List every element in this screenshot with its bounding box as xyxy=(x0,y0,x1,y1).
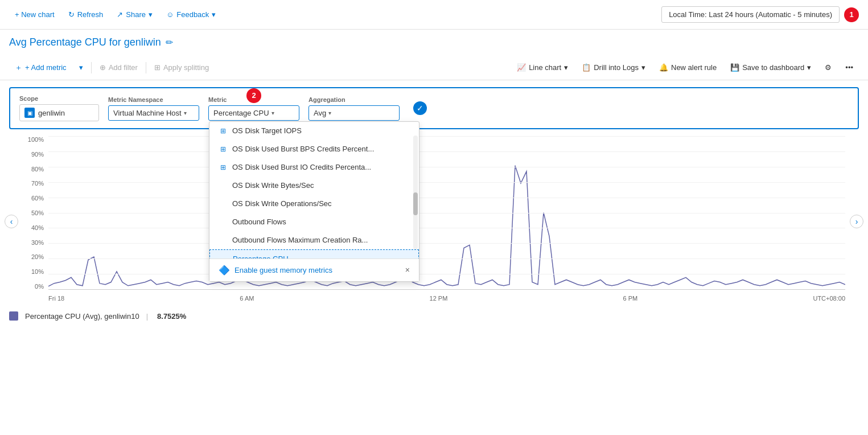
aggregation-chevron-icon: ▾ xyxy=(328,110,331,116)
dropdown-item-os-disk-burst-bps[interactable]: ⊞ OS Disk Used Burst BPS Credits Percent… xyxy=(209,140,419,158)
grid-line-60 xyxy=(48,198,845,198)
y-label-50: 50% xyxy=(31,210,44,216)
top-bar: + New chart ↻ Refresh ↗ Share ▾ ☺ Feedba… xyxy=(0,0,868,30)
time-selector-button[interactable]: Local Time: Last 24 hours (Automatic - 5… xyxy=(661,6,840,23)
dropdown-item-os-disk-write-bytes[interactable]: OS Disk Write Bytes/Sec xyxy=(209,177,419,195)
chart-nav-right-button[interactable]: › xyxy=(850,215,863,228)
dropdown-item-outbound-flows-max[interactable]: Outbound Flows Maximum Creation Ra... xyxy=(209,231,419,249)
apply-splitting-button[interactable]: ⊞ Apply splitting xyxy=(149,60,215,75)
share-chevron-icon: ▾ xyxy=(149,10,153,19)
share-button[interactable]: ↗ Share ▾ xyxy=(111,7,158,22)
blank-icon xyxy=(219,181,228,190)
grid-line-90 xyxy=(48,151,845,152)
scrollbar-track xyxy=(413,136,418,249)
grid-line-70 xyxy=(48,182,845,183)
action-bar-left: ＋ + Add metric ▾ ⊕ Add filter ⊞ Apply sp… xyxy=(9,60,215,76)
x-axis: Fri 18 6 AM 12 PM 6 PM UTC+08:00 xyxy=(48,290,845,307)
blank-icon-2 xyxy=(219,199,228,208)
aggregation-field: Aggregation Avg ▾ xyxy=(308,96,400,121)
grid-line-40 xyxy=(48,228,845,228)
x-label-6pm: 6 PM xyxy=(623,295,638,302)
grid-line-80 xyxy=(48,167,845,167)
save-icon: 💾 xyxy=(730,63,739,72)
settings-button[interactable]: ⚙ xyxy=(819,60,837,75)
more-icon: ••• xyxy=(845,63,853,72)
metric-config-row: Scope ▣ genliwin Metric Namespace Virtua… xyxy=(9,87,859,129)
step-badge-2: 2 xyxy=(246,88,261,103)
guest-metrics-icon: 🔷 xyxy=(219,265,230,276)
y-label-40: 40% xyxy=(31,224,44,231)
edit-pencil-icon[interactable]: ✏ xyxy=(166,37,173,48)
chart-nav-left-button[interactable]: ‹ xyxy=(5,215,18,228)
add-metric-button[interactable]: ＋ + Add metric xyxy=(9,60,72,76)
x-label-fri18: Fri 18 xyxy=(48,295,64,302)
top-bar-left: + New chart ↻ Refresh ↗ Share ▾ ☺ Feedba… xyxy=(9,7,221,22)
page-title: Avg Percentage CPU for genliwin xyxy=(9,36,161,48)
y-label-70: 70% xyxy=(31,180,44,187)
refresh-button[interactable]: ↻ Refresh xyxy=(63,7,109,22)
dropdown-item-outbound-flows[interactable]: Outbound Flows xyxy=(209,213,419,231)
dropdown-item-os-disk-write-ops[interactable]: OS Disk Write Operations/Sec xyxy=(209,195,419,213)
more-button[interactable]: ••• xyxy=(840,60,859,75)
new-alert-rule-button[interactable]: 🔔 New alert rule xyxy=(653,60,722,75)
drill-logs-button[interactable]: 📋 Drill into Logs ▾ xyxy=(576,60,651,75)
metric-select[interactable]: Percentage CPU ▾ ⊞ OS Disk Target IOPS ⊞… xyxy=(208,105,299,121)
confirm-button[interactable]: ✓ xyxy=(413,101,427,115)
dropdown-item-os-disk-burst-io[interactable]: ⊞ OS Disk Used Burst IO Credits Percenta… xyxy=(209,158,419,177)
feedback-button[interactable]: ☺ Feedback ▾ xyxy=(161,7,221,22)
drill-logs-icon: 📋 xyxy=(582,63,591,72)
alert-icon: 🔔 xyxy=(659,63,668,72)
x-label-12pm: 12 PM xyxy=(430,295,448,302)
feedback-chevron-icon: ▾ xyxy=(212,10,216,19)
namespace-select[interactable]: Virtual Machine Host ▾ xyxy=(108,105,199,121)
legend-bar: Percentage CPU (Avg), genliwin10 | 8.752… xyxy=(9,311,859,321)
feedback-icon: ☺ xyxy=(166,10,174,19)
line-chart-chevron-icon: ▾ xyxy=(564,63,568,72)
y-label-20: 20% xyxy=(31,253,44,260)
scope-value-box: ▣ genliwin xyxy=(19,104,99,121)
dropdown-item-percentage-cpu[interactable]: Percentage CPU xyxy=(209,249,419,258)
y-label-60: 60% xyxy=(31,195,44,202)
refresh-icon: ↻ xyxy=(68,10,75,19)
add-metric-icon: ＋ xyxy=(15,63,22,73)
scrollbar-thumb[interactable] xyxy=(413,192,418,215)
page-title-bar: Avg Percentage CPU for genliwin ✏ xyxy=(0,30,868,55)
enable-guest-close-button[interactable]: × xyxy=(405,265,410,274)
y-label-100: 100% xyxy=(28,136,44,143)
dropdown-item-os-disk-target-iops[interactable]: ⊞ OS Disk Target IOPS xyxy=(209,122,419,140)
x-label-6am: 6 AM xyxy=(240,295,254,302)
vm-icon: ▣ xyxy=(24,108,35,118)
aggregation-select[interactable]: Avg ▾ xyxy=(308,105,400,121)
line-chart-button[interactable]: 📈 Line chart ▾ xyxy=(511,60,574,75)
add-filter-button[interactable]: ⊕ Add filter xyxy=(94,60,143,75)
save-dashboard-button[interactable]: 💾 Save to dashboard ▾ xyxy=(725,60,817,75)
new-chart-button[interactable]: + New chart xyxy=(9,7,60,22)
y-label-90: 90% xyxy=(31,151,44,158)
divider-1 xyxy=(91,62,92,73)
chart-canvas xyxy=(48,136,845,290)
y-axis: 100% 90% 80% 70% 60% 50% 40% 30% 20% 10%… xyxy=(23,136,48,290)
legend-color-swatch xyxy=(9,311,18,321)
top-bar-right: Local Time: Last 24 hours (Automatic - 5… xyxy=(661,6,859,23)
enable-guest-row: 🔷 Enable guest memory metrics × xyxy=(209,258,419,281)
namespace-label: Metric Namespace xyxy=(108,96,199,103)
grid-line-100 xyxy=(48,136,845,137)
legend-separator: | xyxy=(146,312,148,321)
action-bar: ＋ + Add metric ▾ ⊕ Add filter ⊞ Apply sp… xyxy=(0,55,868,80)
chart-container: ‹ 100% 90% 80% 70% 60% 50% 40% 30% 20% 1… xyxy=(14,136,854,307)
enable-guest-label[interactable]: Enable guest memory metrics xyxy=(235,266,332,274)
scope-field: Scope ▣ genliwin xyxy=(19,95,99,121)
metric-chevron-icon: ▾ xyxy=(271,110,274,116)
divider-2 xyxy=(146,62,146,73)
save-chevron-icon: ▾ xyxy=(807,63,811,72)
notification-badge[interactable]: 1 xyxy=(844,7,859,22)
aggregation-label: Aggregation xyxy=(308,96,400,103)
split-icon: ⊞ xyxy=(154,63,161,72)
legend-label: Percentage CPU (Avg), genliwin10 xyxy=(25,312,139,321)
metric-dropdown-list: ⊞ OS Disk Target IOPS ⊞ OS Disk Used Bur… xyxy=(209,122,419,258)
metric-field: 2 Metric Percentage CPU ▾ ⊞ OS Disk Targ… xyxy=(208,96,299,121)
metric-dropdown-button[interactable]: ▾ xyxy=(73,60,89,75)
namespace-field: Metric Namespace Virtual Machine Host ▾ xyxy=(108,96,199,121)
legend-value: 8.7525% xyxy=(157,312,186,321)
chart-area: 100% 90% 80% 70% 60% 50% 40% 30% 20% 10%… xyxy=(23,136,845,307)
